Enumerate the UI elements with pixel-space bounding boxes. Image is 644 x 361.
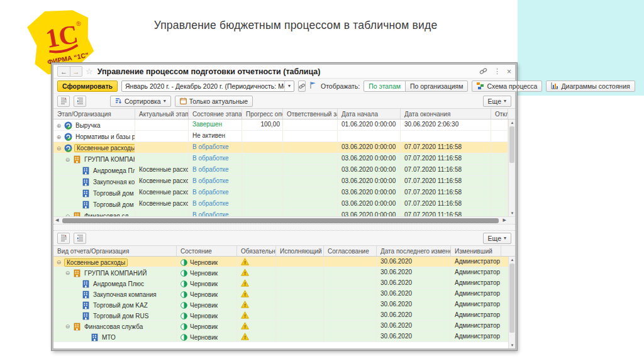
back-arrow-icon[interactable]: ← — [58, 67, 70, 76]
collapse-icon[interactable]: ⊖ — [55, 259, 62, 265]
table2-col-header[interactable]: Обязательный — [237, 246, 276, 256]
table2-row[interactable]: ⊖ГРУППА КОМПАНИЙЧерновик!30.06.2020Админ… — [53, 267, 515, 278]
row-label: Выручка — [74, 122, 102, 129]
report-name-cell[interactable]: МТО — [53, 331, 177, 342]
generate-button[interactable]: Сформировать — [57, 81, 118, 92]
table1-row[interactable]: Торговый дом KAZКосвенные расходыВ обраб… — [53, 187, 515, 199]
progress-cell — [242, 131, 283, 142]
link-icon[interactable] — [479, 67, 487, 76]
process-schema-button[interactable]: Схема процесса — [472, 81, 542, 92]
only-actual-button[interactable]: Только актуальные — [175, 96, 253, 107]
report-name-cell[interactable]: Торговый дом RUS — [53, 310, 177, 320]
table2-col-header[interactable]: Согласование — [324, 246, 377, 256]
table2-col-header[interactable]: Исполняющий — [276, 246, 324, 256]
by-stages-button[interactable]: По этапам — [364, 81, 406, 92]
state-diagrams-button[interactable]: Диаграммы состояния — [546, 81, 635, 92]
stage-name-cell[interactable]: Закупочная ком... — [53, 176, 135, 187]
table1-row[interactable]: ⊖ГРУППА КОМПАНИЙВ обработке03.06.2020 0:… — [53, 153, 515, 165]
report-name-cell[interactable]: ⊖Финансовая служба — [53, 321, 177, 331]
table2-col-header[interactable]: Вид отчета/Организация — [53, 246, 177, 256]
table1-horizontal-scrollbar[interactable]: ◀ ▶ — [53, 216, 515, 224]
table2-row[interactable]: Торговый дом KAZЧерновик!30.06.2020Админ… — [53, 299, 515, 310]
collapse-icon[interactable]: ⊖ — [64, 323, 71, 330]
stage-name-cell[interactable]: Андромеда Плюс — [53, 165, 135, 175]
stage-name-cell[interactable]: Торговый дом KAZ — [53, 187, 135, 198]
close-icon[interactable]: × — [507, 67, 511, 76]
expand-icon[interactable]: ⊕ — [55, 123, 62, 129]
table2-row[interactable]: ⊖Финансовая службаЧерновик!30.06.2020Адм… — [53, 321, 515, 331]
table2-vertical-scrollbar[interactable]: ▲ ▼ — [508, 257, 515, 348]
stage-name-cell[interactable]: Торговый дом R... — [53, 199, 135, 209]
table2-row[interactable]: Андромеда ПлюсЧерновик!30.06.2020Админис… — [53, 278, 515, 289]
table1-col-header[interactable]: Дата окончания — [401, 109, 491, 119]
report-name-cell[interactable]: ⊖ГРУППА КОМПАНИЙ — [53, 267, 177, 277]
table1-row[interactable]: ⊕ВыручкаЗавершен100,0001.06.2020 0:00:00… — [53, 119, 515, 131]
stage-name-cell[interactable]: ⊖ГРУППА КОМПАНИЙ — [53, 153, 135, 164]
scroll-down-icon[interactable]: ▼ — [509, 342, 515, 348]
collapse-icon[interactable]: ⊖ — [55, 145, 62, 152]
table2-row[interactable]: ⊖Косвенные расходыЧерновик!30.06.2020Адм… — [53, 257, 515, 267]
report-name-cell[interactable]: ⊖Косвенные расходы — [53, 257, 177, 267]
favorite-star-icon[interactable]: ☆ — [86, 67, 93, 76]
table1-row[interactable]: ⊕Нормативы и базы ра...Не активен — [53, 131, 515, 142]
expand-levels-button[interactable] — [74, 96, 86, 107]
hscroll-thumb[interactable] — [62, 218, 499, 223]
table1-col-header[interactable]: Состояние этапа — [189, 109, 242, 119]
scroll-up-icon[interactable]: ▲ — [509, 257, 515, 263]
report-name-cell[interactable]: Андромеда Плюс — [53, 278, 177, 288]
responsible-cell — [283, 210, 338, 216]
collapse-icon[interactable]: ⊖ — [64, 157, 71, 163]
by-organizations-button[interactable]: По организациям — [405, 81, 469, 92]
kebab-icon[interactable]: ⋮ — [494, 67, 501, 75]
table1-row[interactable]: Торговый дом R...Косвенные расходыВ обра… — [53, 199, 515, 210]
collapse-levels-button[interactable] — [57, 96, 70, 107]
period-combo[interactable]: Январь 2020 г. - Декабрь 2020 г. (Период… — [121, 81, 294, 92]
table1-row[interactable]: Андромеда ПлюсКосвенные расходыВ обработ… — [53, 165, 515, 176]
report-name-cell[interactable]: Торговый дом KAZ — [53, 299, 177, 309]
report-name-cell[interactable]: Закупочная компания — [53, 289, 177, 299]
panel-splitter[interactable] — [53, 224, 515, 231]
table2-row[interactable]: МТОЧерновик!30.06.2020Администратор — [53, 331, 515, 342]
expand-icon[interactable]: ⊕ — [55, 134, 62, 140]
more-button-table1[interactable]: Еще▾ — [483, 96, 511, 107]
forward-arrow-icon[interactable]: → — [70, 67, 82, 76]
collapse-icon[interactable]: ⊖ — [64, 270, 71, 276]
collapse-levels-button-2[interactable] — [57, 233, 70, 244]
scroll-right-icon[interactable]: ▶ — [503, 218, 506, 223]
stage-state-cell: В обработке — [189, 187, 242, 198]
table1-col-header[interactable]: Актуальный этап — [135, 109, 189, 119]
open-period-button[interactable] — [298, 81, 306, 92]
expand-levels-button-2[interactable] — [74, 233, 86, 244]
scroll-down-icon[interactable]: ▼ — [509, 210, 515, 216]
table2-col-header[interactable]: Состояние — [177, 246, 237, 256]
stage-name-cell[interactable]: ⊕Выручка — [53, 119, 135, 130]
table1-col-header[interactable]: Ответственный за ... — [283, 109, 338, 119]
table1-vertical-scrollbar[interactable]: ▲ ▼ — [508, 119, 515, 216]
scroll-up-icon[interactable]: ▲ — [509, 119, 515, 126]
table1-row[interactable]: Закупочная ком...Косвенные расходыВ обра… — [53, 176, 515, 187]
table1-col-header[interactable]: Дата начала — [338, 109, 401, 119]
executor-cell — [276, 310, 324, 320]
table2-row[interactable]: Закупочная компанияЧерновик!30.06.2020Ад… — [53, 289, 515, 299]
table2-row[interactable]: Торговый дом RUSЧерновик!30.06.2020Админ… — [53, 310, 515, 321]
table1-col-header[interactable]: Этап/Организация — [53, 109, 135, 119]
more-button-table2[interactable]: Еще▾ — [483, 233, 511, 244]
table2-col-header[interactable]: Дата последнего изменения — [377, 246, 451, 256]
flag-icon[interactable] — [309, 81, 317, 91]
table2-col-header[interactable]: Изменивший — [451, 246, 501, 256]
scroll-left-icon[interactable]: ◀ — [55, 218, 58, 223]
table1-row[interactable]: ⊖Финансовая сл...В обработке03.06.2020 0… — [53, 210, 515, 216]
stage-name-cell[interactable]: ⊕Нормативы и базы ра... — [53, 131, 135, 142]
table1-col-header[interactable]: Отклонени — [491, 109, 508, 119]
row-label: Косвенные расходы — [64, 258, 128, 267]
table1-col-header[interactable]: Прогресс операций — [242, 109, 283, 119]
stage-name-cell[interactable]: ⊖Финансовая сл... — [53, 210, 135, 216]
date-modified-cell: 30.06.2020 — [377, 278, 451, 288]
progress-cell — [242, 153, 283, 164]
stage-name-cell[interactable]: ⊖Косвенные расходы — [53, 142, 135, 153]
table1-row[interactable]: ⊖Косвенные расходыВ обработке03.06.2020 … — [53, 142, 515, 153]
sort-button[interactable]: Сортировка▾ — [110, 96, 171, 107]
chevron-down-icon[interactable]: ▾ — [284, 81, 294, 91]
row-label: Нормативы и базы ра... — [74, 133, 135, 140]
report-state-cell: Черновик — [177, 321, 237, 331]
